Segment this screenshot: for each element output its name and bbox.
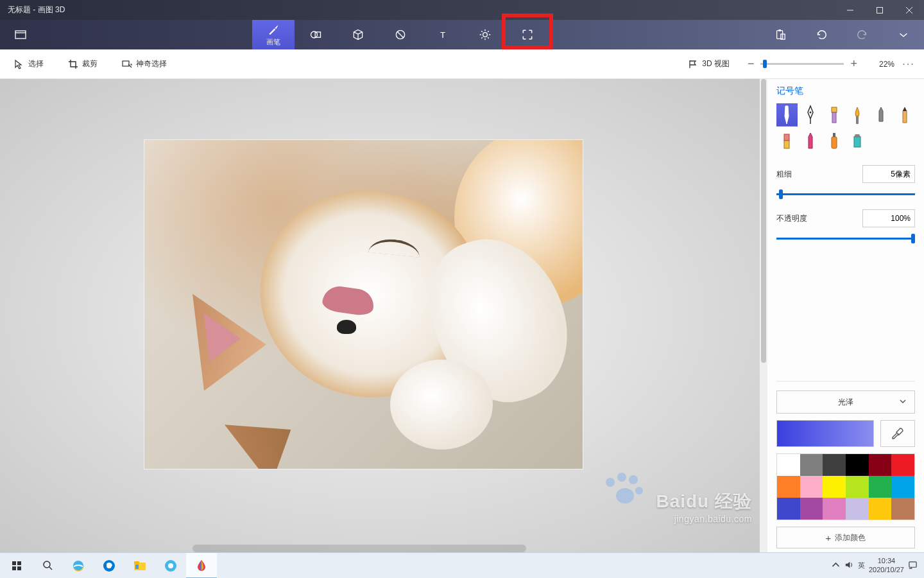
tab-2d-shapes[interactable] bbox=[295, 20, 337, 49]
tab-brushes-label: 画笔 bbox=[266, 37, 280, 47]
svg-line-18 bbox=[488, 31, 489, 32]
svg-point-11 bbox=[483, 33, 488, 37]
tray-notifications-icon[interactable] bbox=[908, 560, 918, 571]
color-swatch[interactable] bbox=[800, 498, 823, 520]
minimize-button[interactable] bbox=[835, 0, 865, 20]
brush-pencil[interactable] bbox=[894, 103, 915, 127]
svg-line-9 bbox=[397, 31, 404, 38]
color-swatch[interactable] bbox=[777, 454, 800, 476]
titlebar: 无标题 - 画图 3D bbox=[0, 0, 924, 20]
tab-canvas[interactable] bbox=[506, 20, 549, 49]
svg-rect-7 bbox=[315, 32, 320, 37]
canvas-viewport[interactable]: Baidu 经验 jingyan.baidu.com bbox=[0, 79, 760, 552]
taskbar-explorer-icon[interactable] bbox=[124, 553, 155, 579]
brush-fill[interactable] bbox=[847, 129, 868, 152]
horizontal-scrollbar[interactable] bbox=[193, 545, 526, 552]
brush-eraser[interactable] bbox=[776, 129, 798, 152]
color-swatch[interactable] bbox=[869, 498, 892, 520]
tray-chevron-up-icon[interactable] bbox=[831, 560, 841, 571]
color-swatch[interactable] bbox=[869, 454, 892, 476]
color-swatch[interactable] bbox=[846, 454, 869, 476]
tab-stickers[interactable] bbox=[379, 20, 422, 49]
color-swatch[interactable] bbox=[846, 498, 869, 520]
color-swatch[interactable] bbox=[846, 476, 869, 498]
plus-icon: + bbox=[826, 532, 832, 543]
start-button[interactable] bbox=[1, 553, 32, 579]
material-dropdown-label: 光泽 bbox=[838, 397, 853, 408]
close-button[interactable] bbox=[894, 0, 924, 20]
brush-spray-can[interactable] bbox=[823, 129, 844, 152]
paste-button[interactable] bbox=[760, 29, 801, 40]
color-swatch[interactable] bbox=[800, 454, 823, 476]
brush-calligraphy-pen[interactable] bbox=[800, 103, 821, 127]
color-swatch[interactable] bbox=[823, 476, 846, 498]
tray-volume-icon[interactable] bbox=[844, 560, 854, 571]
color-swatch[interactable] bbox=[777, 498, 800, 520]
canvas-image[interactable] bbox=[144, 140, 583, 469]
taskbar-paint3d-icon[interactable] bbox=[186, 553, 217, 579]
crop-tool[interactable]: 裁剪 bbox=[62, 55, 104, 73]
svg-rect-33 bbox=[12, 561, 16, 565]
svg-rect-27 bbox=[856, 116, 859, 124]
opacity-input[interactable] bbox=[862, 209, 915, 227]
svg-rect-4 bbox=[15, 31, 26, 39]
color-swatch[interactable] bbox=[777, 476, 800, 498]
color-swatch[interactable] bbox=[891, 476, 914, 498]
brush-crayon[interactable] bbox=[800, 129, 821, 152]
select-label: 选择 bbox=[28, 58, 44, 69]
taskbar-ie-icon[interactable] bbox=[63, 553, 94, 579]
color-swatch[interactable] bbox=[800, 476, 823, 498]
color-swatch[interactable] bbox=[823, 498, 846, 520]
redo-button[interactable] bbox=[842, 29, 883, 40]
view-options-button[interactable]: ··· bbox=[901, 58, 916, 70]
view-3d-toggle[interactable]: 3D 视图 bbox=[681, 55, 736, 73]
magic-select-icon bbox=[122, 59, 132, 69]
search-button[interactable] bbox=[32, 553, 63, 579]
undo-button[interactable] bbox=[801, 29, 842, 40]
current-color-preview[interactable] bbox=[776, 420, 874, 447]
brush-marker[interactable] bbox=[776, 103, 798, 127]
zoom-in-button[interactable]: + bbox=[850, 57, 857, 71]
magic-select-tool[interactable]: 神奇选择 bbox=[116, 55, 173, 73]
add-color-button[interactable]: + 添加颜色 bbox=[776, 527, 915, 548]
panel-scrollbar[interactable] bbox=[760, 79, 767, 552]
zoom-slider[interactable] bbox=[760, 63, 844, 65]
tab-3d-shapes[interactable] bbox=[337, 20, 379, 49]
tray-ime-indicator[interactable]: 英 bbox=[858, 561, 865, 570]
tab-text[interactable]: T bbox=[422, 20, 464, 49]
tray-clock[interactable]: 10:34 2020/10/27 bbox=[869, 557, 904, 574]
brush-watercolor[interactable] bbox=[847, 103, 868, 127]
opacity-slider[interactable] bbox=[776, 238, 915, 240]
zoom-out-button[interactable]: − bbox=[748, 57, 755, 71]
svg-point-37 bbox=[44, 561, 50, 568]
brush-panel: 记号笔 粗细 不透明度 光泽 bbox=[767, 79, 924, 552]
color-swatch[interactable] bbox=[823, 454, 846, 476]
tab-effects[interactable] bbox=[464, 20, 506, 49]
color-swatch[interactable] bbox=[869, 476, 892, 498]
more-menu-button[interactable] bbox=[883, 29, 924, 40]
brush-pixel-pen[interactable] bbox=[871, 103, 892, 127]
eyedropper-button[interactable] bbox=[880, 420, 915, 447]
color-swatch[interactable] bbox=[891, 454, 914, 476]
opacity-label: 不透明度 bbox=[776, 213, 807, 224]
color-palette bbox=[776, 453, 915, 520]
color-swatch[interactable] bbox=[891, 498, 914, 520]
chevron-down-icon bbox=[899, 398, 907, 407]
svg-text:T: T bbox=[440, 30, 445, 40]
zoom-value: 22% bbox=[873, 60, 894, 69]
select-tool[interactable]: 选择 bbox=[8, 55, 50, 73]
eyedropper-icon bbox=[891, 427, 904, 440]
thickness-input[interactable] bbox=[862, 165, 915, 183]
svg-rect-49 bbox=[909, 562, 916, 567]
thickness-slider[interactable] bbox=[776, 193, 915, 195]
taskbar-edge-icon[interactable] bbox=[94, 553, 124, 579]
brush-oil[interactable] bbox=[823, 103, 844, 127]
material-dropdown[interactable]: 光泽 bbox=[776, 390, 915, 414]
taskbar-browser-icon[interactable] bbox=[155, 553, 186, 579]
tab-brushes[interactable]: 画笔 bbox=[252, 20, 295, 49]
menu-expand-button[interactable] bbox=[0, 20, 41, 49]
window-title: 无标题 - 画图 3D bbox=[8, 4, 65, 15]
taskbar: 英 10:34 2020/10/27 bbox=[0, 552, 924, 578]
panel-title: 记号笔 bbox=[776, 85, 915, 97]
maximize-button[interactable] bbox=[865, 0, 894, 20]
